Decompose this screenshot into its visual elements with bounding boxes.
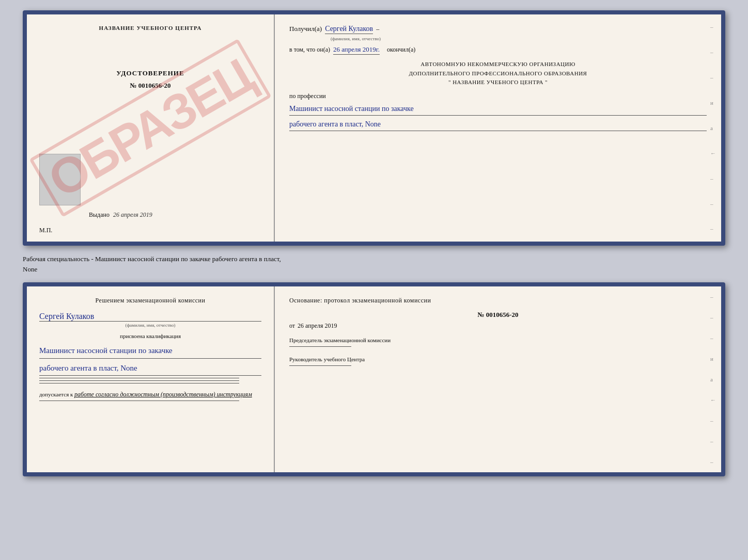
- profession-line2: рабочего агента в пласт, None: [289, 118, 707, 131]
- predsedatel-label: Председатель экзаменационной комиссии: [289, 337, 707, 343]
- vydano-prefix: Выдано: [89, 211, 110, 218]
- ot-prefix: от: [289, 322, 295, 329]
- vtom-date: 26 апреля 2019г.: [333, 45, 380, 55]
- po-professii: по профессии: [289, 92, 326, 100]
- predsedatel-sig-line: [289, 346, 351, 347]
- komissia-title: Решением экзаменационной комиссии: [39, 297, 261, 305]
- specialty-text-none: None: [23, 265, 37, 273]
- org-line2: ДОПОЛНИТЕЛЬНОГО ПРОФЕССИОНАЛЬНОГО ОБРАЗО…: [289, 69, 707, 78]
- mp-label: М.П.: [39, 227, 52, 234]
- udost-label: УДОСТОВЕРЕНИЕ: [39, 69, 261, 77]
- familiya-hint: (фамилия, имя, отчество): [331, 36, 707, 41]
- vtom-line: в том, что он(а) 26 апреля 2019г. окончи…: [289, 45, 707, 55]
- predsedatel-block: Председатель экзаменационной комиссии: [289, 337, 707, 347]
- udost-number: № 0010656-20: [39, 82, 261, 90]
- kvalif-line1: Машинист насосной станции по закачке: [39, 343, 261, 359]
- top-certificate: НАЗВАНИЕ УЧЕБНОГО ЦЕНТРА ОБРАЗЕЦ УДОСТОВ…: [23, 10, 725, 246]
- org-line3: " НАЗВАНИЕ УЧЕБНОГО ЦЕНТРА ": [289, 78, 707, 87]
- rukovoditel-sig-line: [289, 365, 351, 366]
- dash1: –: [376, 25, 379, 33]
- prisvoyena: присвоена квалификация: [39, 333, 261, 339]
- bottom-line-1: [39, 378, 239, 378]
- vydano-date: 26 апреля 2019: [113, 211, 152, 218]
- bottom-line-4: [39, 401, 239, 401]
- protocol-date: от 26 апреля 2019: [289, 322, 707, 330]
- org-line1: АВТОНОМНУЮ НЕКОММЕРЧЕСКУЮ ОРГАНИЗАЦИЮ: [289, 60, 707, 69]
- poluchil-line: Получил(а) Сергей Кулаков –: [289, 25, 707, 34]
- cert-bottom-left: Решением экзаменационной комиссии Сергей…: [27, 286, 275, 472]
- vtom-prefix: в том, что он(а): [289, 46, 330, 54]
- specialty-text-main: Рабочая специальность - Машинист насосно…: [23, 255, 281, 263]
- protocol-number: № 0010656-20: [289, 311, 707, 319]
- cert-bottom-right: Основание: протокол экзаменационной коми…: [275, 286, 721, 472]
- name-hint: (фамилия, имя, отчество): [39, 323, 261, 328]
- bottom-line-2: [39, 380, 239, 381]
- photo-placeholder: [39, 154, 81, 205]
- org-block: АВТОНОМНУЮ НЕКОММЕРЧЕСКУЮ ОРГАНИЗАЦИЮ ДО…: [289, 60, 707, 87]
- osnov-title: Основание: протокол экзаменационной коми…: [289, 297, 707, 305]
- person-name: Сергей Кулаков: [39, 312, 261, 322]
- ot-date: 26 апреля 2019: [298, 322, 337, 329]
- vydano-line: Выдано 26 апреля 2019: [89, 211, 152, 219]
- right-side-marks-top: – – – и а ← – – –: [710, 14, 716, 242]
- poluchil-prefix: Получил(а): [289, 25, 322, 33]
- profession-block: по профессии Машинист насосной станции п…: [289, 92, 707, 131]
- dopuskaetsya-text: работе согласно должностным (производств…: [74, 391, 252, 398]
- rukovoditel-label: Руководитель учебного Центра: [289, 356, 707, 362]
- poluchil-name: Сергей Кулаков: [325, 25, 373, 34]
- right-side-marks-bottom: – – – и а ← – – –: [710, 286, 716, 472]
- okonchil: окончил(а): [387, 46, 415, 54]
- bottom-line-3: [39, 383, 239, 383]
- dopuskaetsya-prefix: допускается к: [39, 391, 73, 397]
- profession-line1: Машинист насосной станции по закачке: [289, 102, 707, 116]
- cert-school-title: НАЗВАНИЕ УЧЕБНОГО ЦЕНТРА: [39, 25, 261, 31]
- kvalif-line2: рабочего агента в пласт, None: [39, 361, 261, 376]
- dopuskaetsya-block: допускается к работе согласно должностны…: [39, 391, 261, 398]
- cert-top-left: НАЗВАНИЕ УЧЕБНОГО ЦЕНТРА ОБРАЗЕЦ УДОСТОВ…: [27, 14, 275, 242]
- specialty-text-block: Рабочая специальность - Машинист насосно…: [23, 252, 725, 276]
- cert-top-right: Получил(а) Сергей Кулаков – (фамилия, им…: [275, 14, 721, 242]
- rukovoditel-block: Руководитель учебного Центра: [289, 356, 707, 366]
- bottom-certificate: Решением экзаменационной комиссии Сергей…: [23, 282, 725, 476]
